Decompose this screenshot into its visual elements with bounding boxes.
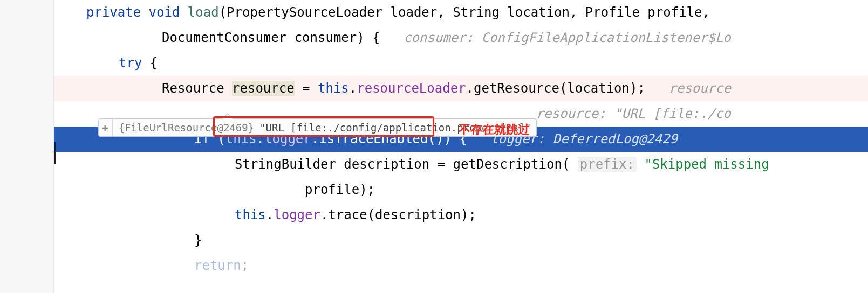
annotation-text: 不存在就跳过	[459, 122, 530, 138]
inlay-hint: resource: "URL [file:./co	[536, 106, 731, 121]
code-line[interactable]: try {	[54, 51, 868, 76]
parameter-hint: prefix:	[578, 157, 637, 172]
code-text: .	[266, 207, 274, 222]
code-text: Resource	[162, 81, 232, 96]
code-text: =	[295, 81, 318, 96]
code-text: ;	[241, 258, 249, 273]
text-caret	[54, 142, 56, 164]
inlay-hint: consumer: ConfigFileApplicationListener$…	[404, 30, 731, 45]
code-area[interactable]: private void load(PropertySourceLoader l…	[54, 0, 868, 293]
code-text: .getResource(location);	[466, 81, 645, 96]
keyword-this: this	[235, 207, 266, 222]
code-line[interactable]: this.logger.trace(description);	[54, 203, 868, 228]
code-text: .	[349, 81, 357, 96]
code-text: (PropertySourceLoader loader, String loc…	[219, 5, 710, 20]
inlay-hint: resource	[668, 81, 731, 96]
method-name: load	[188, 5, 219, 20]
code-line[interactable]: }	[54, 228, 868, 253]
variable-resource: resource	[232, 81, 295, 96]
tooltip-arrow-icon	[223, 114, 233, 119]
code-line[interactable]: profile);	[54, 177, 868, 203]
code-text: }	[194, 233, 202, 248]
code-editor[interactable]: private void load(PropertySourceLoader l…	[0, 0, 868, 293]
code-line[interactable]: private void load(PropertySourceLoader l…	[54, 0, 868, 25]
keyword-return: return	[194, 258, 241, 273]
expand-icon[interactable]: +	[99, 119, 113, 136]
tooltip-object-ref: {FileUrlResource@2469}	[113, 120, 258, 136]
code-line[interactable]: DocumentConsumer consumer) { consumer: C…	[54, 25, 868, 51]
keyword-void: void	[149, 5, 180, 20]
code-text: profile);	[305, 182, 375, 197]
code-line[interactable]: StringBuilder description = getDescripti…	[54, 152, 868, 177]
code-line[interactable]: return;	[54, 253, 868, 278]
keyword-private: private	[86, 5, 141, 20]
field-resourceLoader: resourceLoader	[357, 81, 466, 96]
field-logger: logger	[274, 207, 320, 222]
keyword-this: this	[318, 81, 349, 96]
code-text: DocumentConsumer consumer) {	[162, 30, 380, 45]
code-text: {	[142, 55, 158, 71]
code-text: .trace(description);	[320, 207, 476, 222]
string-literal: "Skipped missing	[644, 157, 769, 172]
code-text: StringBuilder description = getDescripti…	[235, 157, 570, 172]
keyword-try: try	[119, 55, 142, 71]
code-line[interactable]: Resource resource = this.resourceLoader.…	[54, 76, 868, 101]
gutter	[0, 0, 54, 293]
